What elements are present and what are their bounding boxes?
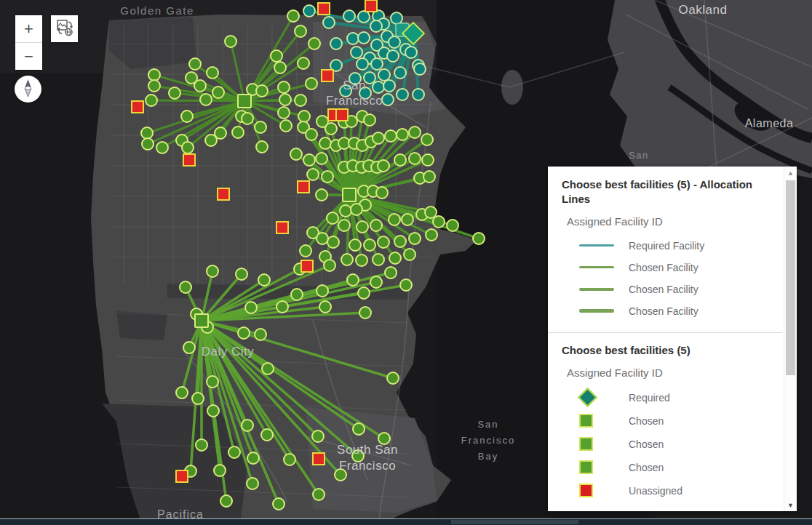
demand-point-chosen[interactable]	[325, 123, 337, 135]
demand-point-chosen[interactable]	[324, 260, 335, 271]
demand-point-chosen[interactable]	[319, 301, 331, 313]
demand-point-required[interactable]	[397, 89, 408, 100]
demand-point-chosen[interactable]	[316, 189, 327, 201]
demand-point-chosen[interactable]	[295, 95, 306, 106]
demand-point-chosen[interactable]	[349, 239, 361, 251]
demand-point-chosen[interactable]	[295, 25, 306, 37]
demand-point-chosen[interactable]	[327, 212, 338, 224]
demand-point-required[interactable]	[347, 33, 359, 44]
demand-point-chosen[interactable]	[421, 134, 433, 145]
demand-point-chosen[interactable]	[473, 233, 485, 244]
demand-point-required[interactable]	[382, 94, 394, 105]
demand-point-chosen[interactable]	[433, 216, 445, 228]
demand-point-chosen[interactable]	[194, 80, 206, 92]
demand-point-chosen[interactable]	[279, 94, 291, 105]
demand-point-chosen[interactable]	[148, 69, 160, 81]
demand-point-chosen[interactable]	[376, 187, 388, 199]
demand-point-chosen[interactable]	[284, 454, 295, 465]
demand-point-chosen[interactable]	[322, 171, 333, 183]
demand-point-chosen[interactable]	[212, 87, 224, 98]
legend-scrollbar[interactable]: ▲ ▼	[784, 167, 797, 511]
demand-point-chosen[interactable]	[353, 423, 365, 435]
demand-point-chosen[interactable]	[400, 279, 412, 291]
demand-point-chosen[interactable]	[183, 342, 195, 353]
demand-point-chosen[interactable]	[312, 430, 324, 442]
demand-point-chosen[interactable]	[242, 420, 253, 431]
extent-navigation-button[interactable]	[51, 15, 78, 42]
demand-point-chosen[interactable]	[402, 214, 413, 225]
demand-point-chosen[interactable]	[255, 329, 266, 340]
demand-point-chosen[interactable]	[317, 233, 328, 244]
chosen-facility-symbol[interactable]	[195, 314, 208, 327]
demand-point-chosen[interactable]	[394, 236, 406, 247]
demand-point-chosen[interactable]	[271, 50, 282, 62]
demand-point-chosen[interactable]	[220, 495, 232, 507]
chosen-facility-symbol[interactable]	[238, 95, 251, 108]
unassigned-point[interactable]	[298, 181, 309, 193]
zoom-in-button[interactable]: +	[15, 15, 42, 43]
demand-point-chosen[interactable]	[278, 81, 290, 93]
demand-point-chosen[interactable]	[338, 220, 350, 231]
scrollbar-up-button[interactable]: ▲	[784, 167, 797, 179]
demand-point-chosen[interactable]	[290, 148, 302, 160]
unassigned-point[interactable]	[276, 222, 288, 233]
demand-point-chosen[interactable]	[319, 137, 331, 149]
demand-point-chosen[interactable]	[242, 113, 253, 124]
demand-point-chosen[interactable]	[370, 220, 382, 231]
demand-point-chosen[interactable]	[351, 204, 362, 215]
demand-point-chosen[interactable]	[298, 57, 309, 69]
demand-point-chosen[interactable]	[387, 372, 399, 384]
demand-point-chosen[interactable]	[300, 245, 311, 257]
demand-point-chosen[interactable]	[340, 205, 351, 217]
demand-point-chosen[interactable]	[238, 327, 250, 339]
demand-point-required[interactable]	[371, 58, 383, 70]
demand-point-chosen[interactable]	[370, 276, 382, 288]
demand-point-chosen[interactable]	[298, 111, 310, 122]
demand-point-chosen[interactable]	[359, 307, 371, 318]
demand-point-chosen[interactable]	[247, 452, 259, 464]
compass-button[interactable]	[15, 76, 41, 103]
demand-point-required[interactable]	[405, 47, 417, 58]
demand-point-chosen[interactable]	[261, 429, 273, 441]
demand-point-chosen[interactable]	[327, 236, 339, 248]
demand-point-chosen[interactable]	[373, 254, 384, 265]
demand-point-required[interactable]	[391, 12, 402, 24]
demand-point-chosen[interactable]	[364, 239, 375, 251]
unassigned-point[interactable]	[218, 188, 229, 200]
horizontal-scrollbar[interactable]	[0, 518, 812, 525]
demand-point-chosen[interactable]	[141, 127, 153, 139]
demand-point-chosen[interactable]	[169, 87, 180, 99]
demand-point-chosen[interactable]	[280, 120, 292, 132]
demand-point-chosen[interactable]	[258, 274, 270, 286]
demand-point-chosen[interactable]	[276, 301, 288, 313]
demand-point-chosen[interactable]	[278, 107, 290, 119]
demand-point-chosen[interactable]	[317, 285, 328, 297]
demand-point-chosen[interactable]	[207, 265, 218, 277]
demand-point-chosen[interactable]	[228, 446, 240, 458]
demand-point-required[interactable]	[383, 80, 395, 92]
demand-point-chosen[interactable]	[389, 252, 401, 264]
demand-point-required[interactable]	[351, 47, 362, 58]
demand-point-required[interactable]	[323, 17, 335, 28]
demand-point-chosen[interactable]	[148, 80, 160, 92]
scrollbar-down-button[interactable]: ▼	[784, 499, 797, 511]
demand-point-chosen[interactable]	[347, 274, 359, 286]
demand-point-chosen[interactable]	[192, 393, 204, 404]
unassigned-point[interactable]	[301, 260, 313, 272]
demand-point-chosen[interactable]	[247, 478, 258, 489]
demand-point-required[interactable]	[330, 38, 342, 49]
demand-point-chosen[interactable]	[207, 376, 218, 388]
demand-point-required[interactable]	[378, 69, 390, 81]
demand-point-chosen[interactable]	[225, 36, 236, 47]
demand-point-chosen[interactable]	[397, 129, 408, 140]
demand-point-chosen[interactable]	[385, 267, 397, 278]
demand-point-chosen[interactable]	[426, 229, 437, 241]
demand-point-chosen[interactable]	[385, 130, 397, 142]
demand-point-chosen[interactable]	[236, 268, 247, 280]
demand-point-chosen[interactable]	[196, 439, 207, 451]
demand-point-chosen[interactable]	[307, 169, 319, 180]
demand-point-required[interactable]	[303, 5, 315, 17]
demand-point-chosen[interactable]	[423, 171, 435, 183]
demand-point-chosen[interactable]	[181, 111, 193, 122]
demand-point-required[interactable]	[358, 11, 370, 23]
